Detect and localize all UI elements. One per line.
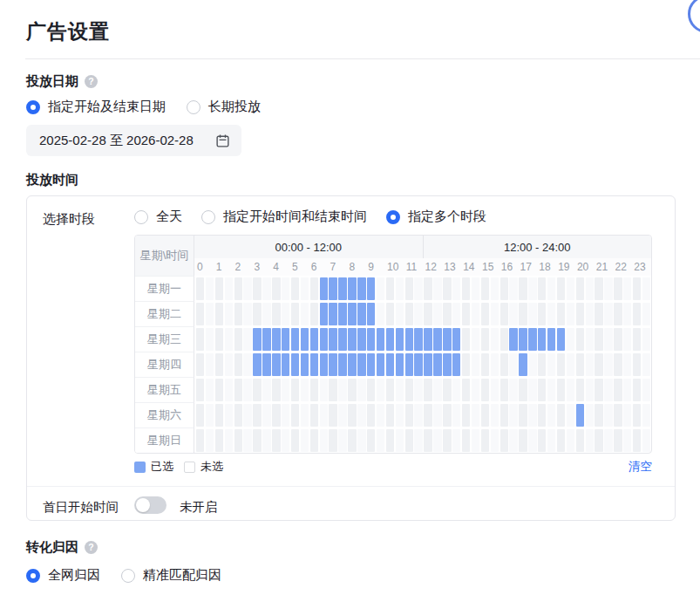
radio-label[interactable]: 全天 — [156, 209, 182, 225]
schedule-cell[interactable] — [253, 353, 261, 376]
schedule-cell[interactable] — [472, 328, 479, 351]
schedule-cell[interactable] — [414, 277, 422, 300]
schedule-cell[interactable] — [291, 353, 299, 376]
schedule-cell[interactable] — [405, 328, 413, 351]
schedule-cell[interactable] — [519, 277, 527, 300]
schedule-cell[interactable] — [509, 277, 517, 300]
schedule-cell[interactable] — [262, 353, 270, 376]
schedule-cell[interactable] — [491, 429, 499, 452]
schedule-cell[interactable] — [481, 328, 489, 351]
schedule-cell[interactable] — [443, 277, 451, 300]
schedule-cell[interactable] — [377, 328, 384, 351]
schedule-cell[interactable] — [509, 429, 517, 452]
schedule-cell[interactable] — [206, 379, 214, 401]
schedule-cell[interactable] — [500, 303, 508, 325]
schedule-cell[interactable] — [282, 277, 289, 300]
schedule-cell[interactable] — [206, 353, 214, 376]
schedule-cell[interactable] — [633, 277, 641, 300]
schedule-cell[interactable] — [348, 277, 356, 300]
schedule-cell[interactable] — [509, 328, 517, 351]
schedule-cell[interactable] — [443, 328, 451, 351]
schedule-cell[interactable] — [377, 429, 384, 452]
schedule-cell[interactable] — [595, 303, 602, 325]
radio-option-long-term[interactable]: 长期投放 — [187, 99, 261, 115]
schedule-cell[interactable] — [320, 429, 328, 452]
schedule-cell[interactable] — [576, 379, 584, 401]
schedule-cell[interactable] — [414, 429, 422, 452]
schedule-cell[interactable] — [576, 353, 584, 376]
schedule-cell[interactable] — [586, 379, 594, 401]
radio-icon[interactable] — [386, 210, 400, 224]
schedule-cell[interactable] — [225, 353, 233, 376]
schedule-cell[interactable] — [642, 353, 650, 376]
schedule-cell[interactable] — [547, 353, 555, 376]
radio-label[interactable]: 指定开始及结束日期 — [48, 99, 166, 115]
schedule-cell[interactable] — [576, 429, 584, 452]
schedule-cell[interactable] — [225, 277, 233, 300]
schedule-cell[interactable] — [262, 379, 270, 401]
schedule-cell[interactable] — [443, 404, 451, 427]
schedule-cell[interactable] — [614, 379, 622, 401]
schedule-cell[interactable] — [567, 328, 574, 351]
schedule-cell[interactable] — [206, 303, 214, 325]
clear-button[interactable]: 清空 — [629, 459, 652, 475]
schedule-cell[interactable] — [586, 303, 594, 325]
schedule-cell[interactable] — [614, 328, 622, 351]
schedule-cell[interactable] — [329, 404, 336, 427]
schedule-cell[interactable] — [243, 328, 251, 351]
schedule-cell[interactable] — [519, 429, 527, 452]
schedule-cell[interactable] — [405, 404, 413, 427]
schedule-cell[interactable] — [206, 328, 214, 351]
schedule-cell[interactable] — [538, 429, 546, 452]
schedule-cell[interactable] — [472, 303, 479, 325]
schedule-cell[interactable] — [414, 328, 422, 351]
schedule-cell[interactable] — [396, 404, 404, 427]
schedule-cell[interactable] — [623, 429, 631, 452]
schedule-cell[interactable] — [320, 353, 328, 376]
schedule-cell[interactable] — [386, 404, 394, 427]
schedule-cell[interactable] — [595, 379, 602, 401]
schedule-cell[interactable] — [443, 429, 451, 452]
schedule-cell[interactable] — [633, 404, 641, 427]
schedule-cell[interactable] — [291, 277, 299, 300]
schedule-cell[interactable] — [320, 404, 328, 427]
schedule-cell[interactable] — [472, 353, 479, 376]
schedule-cell[interactable] — [462, 429, 470, 452]
schedule-cell[interactable] — [519, 353, 527, 376]
date-range-input[interactable]: 2025-02-28 至 2026-02-28 — [26, 125, 241, 156]
schedule-cell[interactable] — [528, 379, 536, 401]
schedule-cell[interactable] — [623, 303, 631, 325]
schedule-cell[interactable] — [576, 277, 584, 300]
schedule-cell[interactable] — [396, 379, 404, 401]
schedule-cell[interactable] — [310, 353, 318, 376]
schedule-cell[interactable] — [481, 277, 489, 300]
schedule-cell[interactable] — [338, 277, 346, 300]
schedule-cell[interactable] — [604, 379, 612, 401]
first-day-start-toggle[interactable] — [134, 496, 167, 514]
schedule-cell[interactable] — [509, 404, 517, 427]
schedule-cell[interactable] — [642, 277, 650, 300]
schedule-cell[interactable] — [586, 404, 594, 427]
schedule-cell[interactable] — [234, 328, 242, 351]
schedule-cell[interactable] — [481, 379, 489, 401]
schedule-cell[interactable] — [234, 303, 242, 325]
schedule-cell[interactable] — [272, 353, 280, 376]
schedule-cell[interactable] — [310, 303, 318, 325]
schedule-cell[interactable] — [576, 303, 584, 325]
schedule-cell[interactable] — [225, 379, 233, 401]
schedule-cell[interactable] — [329, 277, 336, 300]
schedule-cell[interactable] — [614, 277, 622, 300]
schedule-cell[interactable] — [500, 353, 508, 376]
schedule-cell[interactable] — [443, 303, 451, 325]
schedule-cell[interactable] — [528, 328, 536, 351]
schedule-cell[interactable] — [633, 353, 641, 376]
schedule-cell[interactable] — [215, 303, 223, 325]
schedule-cell[interactable] — [272, 328, 280, 351]
schedule-cell[interactable] — [567, 404, 574, 427]
schedule-cell[interactable] — [367, 277, 375, 300]
schedule-cell[interactable] — [452, 353, 460, 376]
schedule-cell[interactable] — [595, 429, 602, 452]
schedule-cell[interactable] — [528, 277, 536, 300]
schedule-cell[interactable] — [538, 353, 546, 376]
schedule-cell[interactable] — [557, 328, 565, 351]
